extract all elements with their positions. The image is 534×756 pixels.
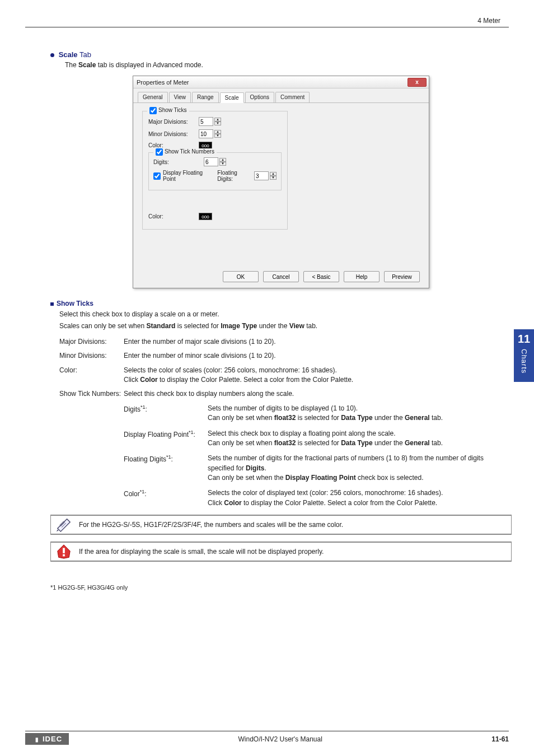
subdef-fd: Floating Digits*1: Sets the number of di… (124, 454, 512, 483)
ok-button[interactable]: OK (223, 271, 259, 282)
definitions-table: Major Divisions: Enter the number of maj… (59, 337, 512, 399)
sd-dig-d5: Data Type (341, 414, 372, 422)
footnote: *1 HG2G-5F, HG3G/4G only (50, 584, 512, 591)
digits-spinner[interactable]: ▲▼ (219, 158, 226, 166)
def-color-b2: Color (140, 376, 157, 384)
color2-label: Color: (148, 213, 199, 220)
side-tab: 11 Charts (514, 329, 534, 382)
floating-digits-input[interactable] (254, 171, 269, 180)
sd-col-d1: Selects the color of displayed text (col… (208, 489, 443, 497)
cancel-button[interactable]: Cancel (263, 271, 299, 282)
digits-row: Digits: ▲▼ (153, 157, 277, 166)
sd-col-d2: Click (208, 499, 224, 507)
def-minor: Minor Divisions: Enter the number of min… (59, 351, 512, 361)
show-ticks-heading-text: Show Ticks (57, 300, 93, 307)
section-heading: Scale Tab (50, 50, 512, 59)
sd-dig-d4: is selected for (296, 414, 341, 422)
sd-fd-c: : (171, 455, 173, 463)
show-ticks-p2: Scales can only be set when Standard is … (59, 321, 512, 331)
show-ticks-text: Show Ticks (158, 107, 187, 113)
show-tick-numbers-checkbox[interactable] (156, 148, 163, 156)
svg-rect-1 (63, 548, 65, 553)
show-tick-numbers-text: Show Tick Numbers (165, 148, 214, 155)
show-ticks-group-label: Show Ticks (147, 107, 189, 114)
tab-options[interactable]: Options (245, 92, 274, 102)
def-stn-term: Show Tick Numbers: (59, 389, 124, 399)
tab-view[interactable]: View (169, 92, 191, 102)
subdef-digits-desc: Sets the number of digits to be displaye… (208, 404, 512, 423)
note-1-text: For the HG2G-S/-5S, HG1F/2F/2S/3F/4F, th… (79, 521, 343, 529)
def-stn-desc: Select this check box to display numbers… (124, 389, 512, 399)
sd-dig-a: Digits (124, 405, 140, 413)
sd-dfp-d5: Data Type (341, 439, 372, 447)
subdef-dfp-desc: Select this check box to display a float… (208, 429, 512, 449)
sd-dfp-d3: float32 (274, 439, 296, 447)
minor-divisions-input[interactable] (199, 129, 213, 138)
idec-logo: IDEC (25, 733, 69, 745)
sd-col-b: *1 (140, 489, 145, 494)
tab-general[interactable]: General (138, 92, 168, 102)
dialog-body: Show Ticks Major Divisions: ▲▼ Minor Div… (133, 103, 429, 288)
close-button[interactable]: x (407, 78, 427, 87)
show-ticks-checkbox[interactable] (149, 107, 157, 114)
floating-digits-spinner[interactable]: ▲▼ (270, 172, 277, 180)
dialog-titlebar: Properties of Meter x (133, 76, 429, 88)
basic-button[interactable]: < Basic (303, 271, 339, 282)
sd-fd-d4: check box is selected. (356, 474, 424, 482)
def-minor-term: Minor Divisions: (59, 351, 124, 361)
major-divisions-spinner[interactable]: ▲▼ (214, 118, 221, 125)
sd-dfp-d7: General (405, 439, 430, 447)
color-label: Color: (148, 142, 199, 148)
sd-dig-c: : (146, 405, 147, 413)
sd-fd-a: Floating Digits (124, 455, 166, 463)
sd-dig-b: *1 (140, 404, 146, 410)
note-2-text: If the area for displaying the scale is … (79, 548, 324, 556)
st-p2e: under the (257, 322, 289, 330)
digits-input[interactable] (204, 157, 218, 166)
page-footer: IDEC WindO/I-NV2 User's Manual 11-61 (25, 733, 509, 745)
subdef-color-term: Color*1: (124, 488, 208, 508)
svg-rect-2 (63, 554, 65, 557)
subdef-dfp-term: Display Floating Point*1: (124, 429, 208, 449)
sd-dfp-c: : (194, 431, 195, 438)
sec-desc-a: The (65, 61, 78, 69)
color2-swatch[interactable]: 000 (199, 213, 212, 220)
sd-dig-d3: float32 (274, 414, 296, 422)
display-floating-row: Display Floating Point Floating Digits: … (153, 170, 277, 182)
sd-dfp-b: *1 (189, 430, 194, 435)
sd-fd-b: *1 (166, 454, 171, 460)
sd-dfp-d4: is selected for (296, 439, 341, 447)
note-box-2: If the area for displaying the scale is … (50, 542, 512, 562)
sd-fd-d3: Display Floating Point (285, 474, 356, 482)
def-major-term: Major Divisions: (59, 337, 124, 347)
subdef-dfp: Display Floating Point*1: Select this ch… (124, 429, 512, 449)
subdef-fd-term: Floating Digits*1: (124, 454, 208, 483)
major-divisions-input[interactable] (199, 117, 213, 126)
sec-desc-b: Scale (78, 61, 96, 69)
tab-scale[interactable]: Scale (220, 92, 244, 103)
sd-dfp-d6: under the (373, 439, 405, 447)
sd-dig-d1: Sets the number of digits to be displaye… (208, 404, 358, 412)
section-heading-rest: Tab (78, 50, 91, 59)
sub-definitions: Digits*1: Sets the number of digits to b… (124, 404, 512, 508)
sd-dig-d8: tab. (430, 414, 443, 422)
sec-desc-c: tab is displayed in Advanced mode. (96, 61, 203, 69)
sd-fd-d1b: Digits (246, 464, 264, 472)
preview-button[interactable]: Preview (384, 271, 420, 282)
dialog-title: Properties of Meter (137, 79, 189, 86)
st-p2d: Image Type (221, 322, 257, 330)
minor-divisions-spinner[interactable]: ▲▼ (214, 130, 221, 138)
footer-page: 11-61 (491, 735, 509, 743)
bullet-icon (50, 53, 54, 57)
help-button[interactable]: Help (344, 271, 380, 282)
tab-range[interactable]: Range (192, 92, 218, 102)
st-p2g: tab. (305, 322, 317, 330)
tab-comment[interactable]: Comment (275, 92, 310, 102)
show-tick-numbers-group: Show Tick Numbers Digits: ▲▼ Display Flo… (148, 152, 282, 190)
digits-label: Digits: (153, 159, 204, 165)
display-floating-checkbox[interactable] (153, 172, 161, 180)
major-divisions-row: Major Divisions: ▲▼ (148, 117, 282, 126)
def-major: Major Divisions: Enter the number of maj… (59, 337, 512, 347)
def-stn: Show Tick Numbers: Select this check box… (59, 389, 512, 399)
minor-divisions-label: Minor Divisions: (148, 131, 199, 137)
